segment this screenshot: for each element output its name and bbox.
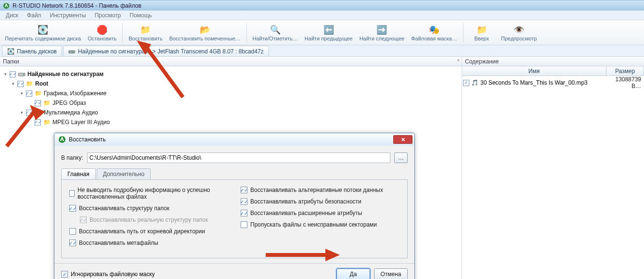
opt-root-path[interactable]: Восстанавливать путь от корневой директо… <box>69 228 228 235</box>
checkbox[interactable]: ✓ <box>61 271 68 278</box>
tab-disks-panel[interactable]: 💽 Панель дисков <box>2 46 62 56</box>
tree-node-signatures-root[interactable]: ▾ ✓ Найденные по сигнатурам <box>3 69 459 79</box>
folders-tree: ▾ ✓ Найденные по сигнатурам ▾ ✓ 📁 Root ▾… <box>0 66 462 130</box>
menu-tools[interactable]: Инструменты <box>46 11 90 20</box>
checkbox[interactable] <box>69 228 76 235</box>
contents-pane: Содержание Имя Размер ✓ 🎵 30 Seconds To … <box>462 57 644 279</box>
audio-file-icon: 🎵 <box>471 79 478 86</box>
expander-icon[interactable]: ▾ <box>11 81 15 86</box>
file-mask-button[interactable]: 🎭 Файловая маска… <box>408 21 460 44</box>
checkbox[interactable]: ✓ <box>241 198 247 205</box>
reread-disk-button[interactable]: 💽 Перечитать содержимое диска <box>2 21 84 44</box>
folder-green-icon: 📁 <box>43 118 51 126</box>
opt-skip-bad[interactable]: Пропускать файлы с неисправными секторам… <box>241 221 399 228</box>
cancel-button[interactable]: Отмена <box>374 268 408 279</box>
find-button[interactable]: 🔍 Найти/Отметить… <box>250 21 301 44</box>
checkbox[interactable]: ✓ <box>35 119 41 126</box>
folders-header-label: Папки <box>3 58 19 65</box>
checkbox[interactable]: ✓ <box>241 187 247 193</box>
dialog-close-button[interactable]: ✕ <box>393 135 412 144</box>
checkbox[interactable]: ✓ <box>17 81 24 87</box>
menu-disk[interactable]: Диск <box>2 11 22 20</box>
app-icon <box>58 136 66 143</box>
toolbar-separator <box>246 23 247 42</box>
dialog-titlebar[interactable]: Восстановить ✕ <box>54 133 414 146</box>
tree-node-jpeg[interactable]: ✓ 📁 JPEG Образ <box>3 98 459 108</box>
opt-metafiles[interactable]: ✓Восстанавливать метафайлы <box>69 240 228 246</box>
opt-label: Пропускать файлы с неисправными секторам… <box>250 221 377 228</box>
checkbox[interactable]: ✓ <box>241 210 247 216</box>
menu-view[interactable]: Просмотр <box>90 11 125 20</box>
checkbox[interactable]: ✓ <box>26 90 32 97</box>
up-label: Вверх <box>474 36 489 41</box>
column-name[interactable]: Имя <box>462 66 606 76</box>
stop-button[interactable]: 🛑 Остановить <box>85 21 119 44</box>
checkbox[interactable]: ✓ <box>35 100 41 106</box>
checkbox[interactable]: ✓ <box>69 240 76 246</box>
drive-icon <box>68 48 75 55</box>
find-prev-button[interactable]: ⬅️ Найти предыдущее <box>302 21 356 44</box>
folder-icon: 📁 <box>34 109 42 116</box>
dialog-tabs: Главная Дополнительно <box>61 168 408 180</box>
ok-button[interactable]: Да <box>336 268 370 279</box>
binoculars-icon: 🔍 <box>270 24 281 36</box>
browse-button[interactable]: … <box>394 152 408 163</box>
expander-icon[interactable]: ▾ <box>3 72 8 76</box>
stop-icon: 🛑 <box>96 24 108 36</box>
tree-node-multimedia[interactable]: ▾ ✓ 📁 Мультимедиа Аудио <box>3 108 459 117</box>
tree-node-graphics[interactable]: ▾ ✓ 📁 Графика, Изображение <box>3 89 459 98</box>
output-path-input[interactable] <box>87 152 390 163</box>
tree-node-mpeg[interactable]: ✓ 📁 MPEG Layer III Аудио <box>3 117 459 127</box>
stop-label: Остановить <box>88 36 116 41</box>
checkbox[interactable]: ✓ <box>10 71 16 77</box>
folders-header: Папки × <box>0 57 462 66</box>
eye-icon: 👁️ <box>513 24 525 36</box>
opt-ext-attrs[interactable]: ✓Восстанавливать расширенные атрибуты <box>241 210 399 216</box>
opt-sec-attrs[interactable]: ✓Восстанавливать атрибуты безопасности <box>241 198 399 205</box>
checkbox[interactable]: ✓ <box>463 80 469 86</box>
preview-button[interactable]: 👁️ Предпросмотр <box>498 21 540 44</box>
tab-main[interactable]: Главная <box>61 168 96 179</box>
mask-icon: 🎭 <box>428 24 440 36</box>
menubar: Диск Файл Инструменты Просмотр Помощь <box>0 11 644 20</box>
folder-icon: 📁 <box>26 80 33 88</box>
tree-node-root[interactable]: ▾ ✓ 📁 Root <box>3 79 459 89</box>
recover-marked-button[interactable]: 📂 Восстановить помеченные… <box>167 21 244 44</box>
column-size[interactable]: Размер <box>606 66 644 76</box>
recover-dialog: Восстановить ✕ В папку: … Главная Дополн… <box>54 133 415 279</box>
recover-marked-label: Восстановить помеченные… <box>169 36 241 41</box>
opt-real-folder: ✓Восстанавливать реальную структуру папо… <box>69 216 228 223</box>
checkbox[interactable] <box>69 190 75 197</box>
expander-icon[interactable]: ▾ <box>19 110 24 115</box>
opt-label: Не выводить подробную информацию о успеш… <box>77 187 228 200</box>
find-prev-icon: ⬅️ <box>323 24 335 36</box>
file-size: 13088739 B… <box>605 76 643 89</box>
checkbox[interactable]: ✓ <box>26 110 32 116</box>
recover-button[interactable]: 📁 Восстановить <box>126 21 165 44</box>
preview-label: Предпросмотр <box>501 36 537 41</box>
find-next-button[interactable]: ➡️ Найти следующее <box>357 21 408 44</box>
opt-alt-streams[interactable]: ✓Восстанавливать альтернативные потоки д… <box>241 187 399 193</box>
opt-no-report[interactable]: Не выводить подробную информацию о успеш… <box>69 187 228 200</box>
opt-label: Восстанавливать атрибуты безопасности <box>250 198 361 205</box>
disk-icon: 💽 <box>7 48 14 55</box>
tab-found-by-signature[interactable]: Найденные по сигнатурам -> JetFlash Tran… <box>63 46 269 56</box>
opt-folder-struct[interactable]: ✓Восстанавливать структуру папок <box>69 205 228 212</box>
list-item[interactable]: ✓ 🎵 30 Seconds To Mars_This Is War_00.mp… <box>463 78 643 88</box>
checkbox[interactable]: ✓ <box>69 205 76 212</box>
toolbar-separator <box>122 23 123 42</box>
menu-help[interactable]: Помощь <box>126 11 155 20</box>
pane-close-icon[interactable]: × <box>457 58 460 63</box>
drive-refresh-icon: 💽 <box>37 24 49 36</box>
up-button[interactable]: 📁 Вверх <box>466 21 497 44</box>
reread-disk-label: Перечитать содержимое диска <box>5 36 81 41</box>
svg-point-4 <box>23 74 24 75</box>
tab-additional[interactable]: Дополнительно <box>97 168 151 179</box>
recover-label: Восстановить <box>129 36 162 41</box>
menu-file[interactable]: Файл <box>23 11 45 20</box>
opt-label: Восстанавливать альтернативные потоки да… <box>250 187 383 193</box>
tree-label: Мультимедиа Аудио <box>44 109 98 116</box>
checkbox[interactable] <box>241 221 247 228</box>
expander-icon[interactable]: ▾ <box>19 91 24 96</box>
toolbar-separator <box>463 23 464 42</box>
